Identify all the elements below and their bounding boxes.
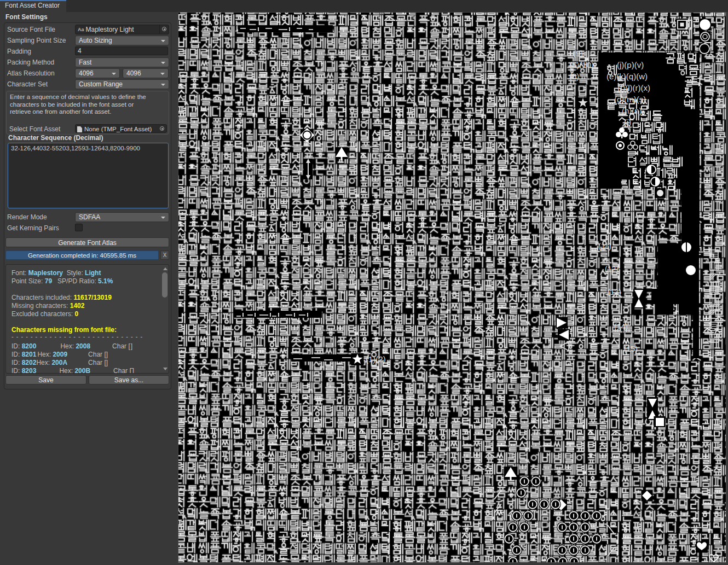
- svg-text:(e)(k)(q)(w): (e)(k)(q)(w): [606, 72, 648, 81]
- svg-text:(g)(m)(s): (g)(m)(s): [614, 95, 646, 104]
- svg-text:(h)(n): (h)(n): [622, 106, 642, 115]
- svg-text:(6): (6): [569, 72, 579, 81]
- svg-text:(15): (15): [624, 345, 638, 353]
- svg-text:(j)(p)(v): (j)(p)(v): [617, 60, 644, 69]
- svg-text:(5)(10): (5)(10): [569, 60, 594, 69]
- svg-text:(i): (i): [624, 118, 631, 127]
- svg-text:(9): (9): [573, 49, 583, 58]
- svg-text:(14): (14): [614, 322, 628, 331]
- svg-text:(11): (11): [598, 242, 611, 251]
- svg-text:(1)(2): (1)(2): [366, 354, 386, 364]
- svg-text:(f)(l)(r)(x): (f)(l)(r)(x): [617, 83, 650, 92]
- svg-text:(13): (13): [608, 288, 621, 296]
- svg-text:(12): (12): [605, 265, 619, 273]
